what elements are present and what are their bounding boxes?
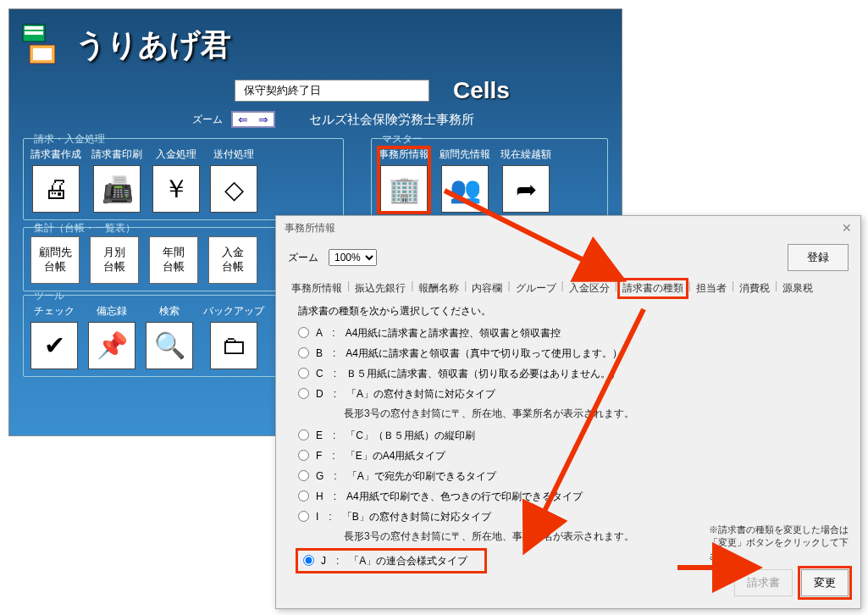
group-summary: 集計（台帳・一覧表） 顧問先 台帳月別 台帳年間 台帳入金 台帳: [23, 227, 285, 291]
option-F[interactable]: F : 「E」のA4用紙タイプ: [298, 448, 849, 463]
option-A-radio[interactable]: [298, 327, 309, 338]
svg-rect-4: [33, 48, 52, 60]
tool-icon-0: ✔: [30, 322, 78, 369]
dialog-zoom-label: ズーム: [288, 251, 318, 265]
billing-item-3[interactable]: 送付処理 ◇: [210, 147, 257, 213]
app-name: うりあげ君: [75, 25, 231, 66]
dialog-zoom-select[interactable]: 100%: [329, 249, 377, 266]
option-D[interactable]: D : 「A」の窓付き封筒に対応タイプ: [298, 386, 849, 402]
preview-button[interactable]: 請求書: [734, 569, 793, 596]
option-B-radio[interactable]: [298, 347, 309, 358]
master-icon-1: 👥: [441, 165, 489, 213]
tab-2[interactable]: 報酬名称: [415, 280, 462, 297]
option-H[interactable]: H : A4用紙で印刷でき、色つきの行で印刷できるタイプ: [298, 489, 849, 504]
tab-1[interactable]: 振込先銀行: [351, 280, 409, 297]
tool-item-1[interactable]: 備忘録 📌: [88, 304, 135, 369]
tab-8[interactable]: 消費税: [736, 280, 773, 297]
option-I[interactable]: I : 「B」の窓付き封筒に対応タイプ: [298, 509, 849, 524]
svg-rect-2: [25, 31, 43, 35]
footer-note: ※請求書の種類を変更した場合は「変更」ボタンをクリックして下さい。: [709, 524, 849, 562]
instruction-text: 請求書の種類を次から選択してください。: [298, 304, 849, 319]
tool-item-3[interactable]: バックアップ 🗀: [203, 304, 264, 369]
group-billing-title: 請求・入金処理: [30, 132, 108, 147]
office-info-dialog: 事務所情報 ✕ ズーム 100% 登録 事務所情報|振込先銀行|報酬名称|内容欄…: [275, 215, 861, 609]
summary-btn-0[interactable]: 顧問先 台帳: [30, 236, 80, 284]
billing-item-2[interactable]: 入金処理 ￥: [152, 147, 200, 213]
master-icon-2: ➦: [502, 165, 550, 213]
svg-rect-1: [25, 26, 43, 30]
tab-7[interactable]: 担当者: [693, 280, 730, 297]
billing-item-0[interactable]: 請求書作成 🖨: [30, 147, 81, 213]
app-logo-icon: [18, 19, 69, 70]
billing-item-1[interactable]: 請求書印刷 📠: [91, 147, 142, 213]
summary-btn-2[interactable]: 年間 台帳: [149, 236, 198, 284]
change-button[interactable]: 変更: [801, 569, 849, 596]
group-master-title: マスター: [379, 132, 426, 147]
option-E-radio[interactable]: [298, 429, 309, 440]
option-D-sub: 長形3号の窓付き封筒に〒、所在地、事業所名が表示されます。: [344, 407, 849, 421]
tool-icon-2: 🔍: [146, 322, 193, 369]
tool-item-0[interactable]: チェック ✔: [30, 304, 78, 369]
register-button[interactable]: 登録: [788, 244, 849, 271]
summary-btn-3[interactable]: 入金 台帳: [208, 236, 257, 284]
tool-icon-3: 🗀: [210, 322, 257, 369]
option-B[interactable]: B : A4用紙に請求書と領収書（真中で切り取って使用します。）: [298, 346, 849, 361]
dialog-title: 事務所情報: [285, 221, 335, 235]
office-name: セルズ社会保険労務士事務所: [309, 112, 474, 128]
billing-icon-0: 🖨: [32, 165, 80, 213]
group-tool: ツール チェック ✔ 備忘録 📌 検索 🔍 バックアップ 🗀: [23, 295, 302, 377]
option-I-radio[interactable]: [298, 511, 309, 522]
master-icon-0: 🏢: [380, 165, 428, 213]
zoom-left-icon[interactable]: ⇐: [233, 113, 253, 126]
group-tool-title: ツール: [30, 289, 68, 303]
option-G-radio[interactable]: [298, 470, 309, 481]
zoom-right-icon[interactable]: ⇒: [253, 113, 274, 126]
maintenance-field: 保守契約終了日: [235, 80, 429, 102]
tab-4[interactable]: グループ: [512, 280, 560, 297]
master-item-0[interactable]: 事務所情報 🏢: [379, 147, 429, 213]
master-item-1[interactable]: 顧問先情報 👥: [440, 147, 490, 213]
option-J-radio[interactable]: [303, 555, 314, 566]
zoom-buttons[interactable]: ⇐⇒: [231, 111, 275, 128]
option-D-radio[interactable]: [298, 388, 309, 399]
brand-label: Cells: [453, 77, 510, 104]
tab-5[interactable]: 入金区分: [566, 280, 613, 297]
option-C-radio[interactable]: [298, 368, 309, 379]
tool-icon-1: 📌: [88, 322, 135, 369]
group-billing: 請求・入金処理 請求書作成 🖨 請求書印刷 📠 入金処理 ￥ 送付処理 ◇: [23, 138, 344, 220]
billing-icon-3: ◇: [210, 165, 257, 213]
close-icon[interactable]: ✕: [842, 221, 852, 235]
billing-icon-1: 📠: [93, 165, 141, 213]
option-C[interactable]: C : Ｂ５用紙に請求書、領収書（切り取る必要はありません。）: [298, 366, 849, 381]
master-item-2[interactable]: 現在繰越額 ➦: [500, 147, 551, 213]
option-G[interactable]: G : 「A」で宛先が印刷できるタイプ: [298, 468, 849, 484]
summary-btn-1[interactable]: 月別 台帳: [90, 236, 139, 284]
option-H-radio[interactable]: [298, 490, 309, 501]
option-E[interactable]: E : 「C」（Ｂ５用紙）の縦印刷: [298, 428, 849, 443]
tab-0[interactable]: 事務所情報: [288, 280, 346, 297]
option-J[interactable]: J : 「A」の連合会様式タイプ: [298, 551, 484, 571]
zoom-label: ズーム: [192, 113, 223, 127]
group-summary-title: 集計（台帳・一覧表）: [30, 221, 139, 235]
option-A[interactable]: A : A4用紙に請求書と請求書控、領収書と領収書控: [298, 325, 849, 341]
option-F-radio[interactable]: [298, 450, 309, 461]
group-master: マスター 事務所情報 🏢 顧問先情報 👥 現在繰越額 ➦: [371, 138, 608, 220]
tab-6[interactable]: 請求書の種類: [619, 280, 687, 297]
billing-icon-2: ￥: [152, 165, 200, 213]
tab-9[interactable]: 源泉税: [779, 280, 816, 297]
tab-3[interactable]: 内容欄: [468, 280, 506, 297]
tool-item-2[interactable]: 検索 🔍: [146, 304, 193, 369]
